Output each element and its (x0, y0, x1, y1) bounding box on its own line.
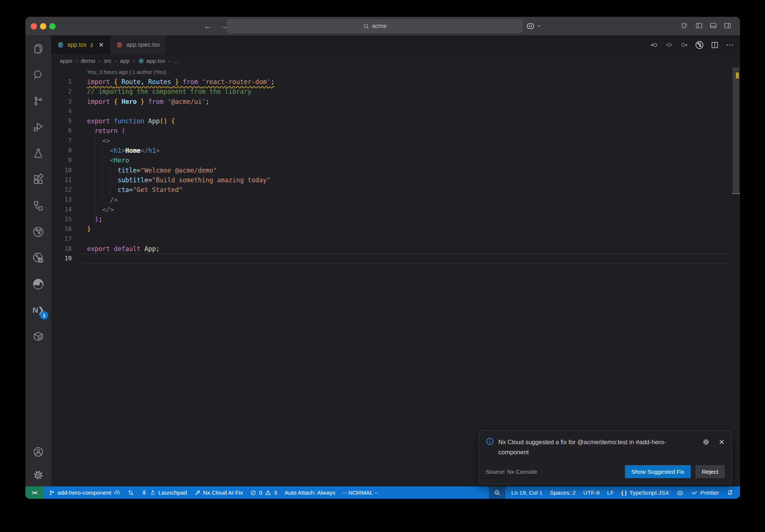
branch-status-item[interactable]: add-hero-component (45, 486, 124, 499)
activity-account[interactable] (25, 440, 51, 463)
breadcrumb-item[interactable]: apps (60, 58, 72, 64)
code-line[interactable]: 9 <Hero (51, 155, 740, 165)
close-icon[interactable]: ✕ (719, 439, 725, 446)
zoom-status-item[interactable] (489, 486, 505, 499)
activity-extensions[interactable] (25, 166, 51, 192)
more-actions-icon[interactable] (725, 41, 734, 49)
line-content[interactable]: <Hero (82, 155, 732, 165)
activity-settings[interactable] (25, 463, 51, 486)
line-content[interactable]: <> (82, 136, 732, 146)
line-content[interactable]: return ( (82, 126, 732, 136)
reject-button[interactable]: Reject (696, 465, 725, 478)
gear-icon[interactable] (702, 438, 710, 446)
activity-search[interactable] (25, 62, 51, 88)
code-editor[interactable]: You, 3 hours ago | 1 author (You) 1impor… (51, 67, 740, 486)
code-line[interactable]: 13 /> (51, 195, 740, 205)
activity-nx-console[interactable]: N❯ 1 (25, 297, 51, 323)
remote-indicator[interactable]: >< (25, 486, 44, 499)
line-content[interactable]: subtitle="Build something amazing today" (82, 175, 732, 185)
minimize-window-button[interactable] (40, 23, 46, 30)
nav-forward-circle-icon[interactable] (680, 41, 688, 49)
commit-circle-icon[interactable] (665, 41, 673, 49)
code-line[interactable]: 4 (51, 106, 740, 116)
code-line[interactable]: 7 <> (51, 136, 740, 146)
vim-mode-status-item[interactable]: -- NORMAL -- (339, 486, 382, 499)
code-line[interactable]: 2// importing the component from the lib… (51, 87, 740, 96)
code-line[interactable]: 6 return ( (51, 126, 740, 136)
tab-app-spec-tsx[interactable]: app.spec.tsx (110, 35, 166, 54)
code-line[interactable]: 18export default App; (51, 244, 740, 254)
line-content[interactable]: /> (82, 195, 732, 205)
close-window-button[interactable] (31, 23, 37, 30)
navigate-back-icon[interactable]: ← (204, 22, 212, 31)
notifications-status-item[interactable] (723, 486, 737, 499)
activity-run-debug[interactable] (25, 114, 51, 140)
breadcrumb-file[interactable]: app.tsx (138, 58, 165, 64)
show-suggested-fix-button[interactable]: Show Suggested Fix (625, 465, 691, 478)
code-line[interactable]: 5export function App() { (51, 116, 740, 126)
activity-testing[interactable] (25, 140, 51, 166)
formatter-status-item[interactable]: Prettier (687, 486, 723, 499)
activity-containers[interactable] (25, 323, 51, 349)
code-line[interactable]: 10 title="Welcmoe @acme/demo" (51, 166, 740, 175)
line-content[interactable]: import { Hero } from '@acme/ui'; (82, 97, 732, 106)
activity-edge-browser[interactable] (25, 271, 51, 297)
code-line[interactable]: 17 (51, 234, 740, 244)
nx-cloud-fix-status-item[interactable]: Nx Cloud AI Fix (191, 486, 247, 499)
code-line[interactable]: 15 ); (51, 214, 740, 224)
tab-app-tsx[interactable]: app.tsx 3 ✕ (51, 35, 110, 54)
line-content[interactable]: title="Welcmoe @acme/demo" (82, 166, 732, 175)
activity-nx-graph[interactable] (25, 219, 51, 245)
run-target-icon[interactable] (695, 40, 704, 50)
line-content[interactable]: import { Route, Routes } from 'react-rou… (82, 77, 732, 87)
code-line[interactable]: 19 (51, 254, 740, 263)
activity-source-control[interactable] (25, 88, 51, 114)
code-line[interactable]: 11 subtitle="Build something amazing tod… (51, 175, 740, 185)
code-line[interactable]: 12 cta="Get Started" (51, 185, 740, 195)
auto-attach-status-item[interactable]: Auto Attach: Always (281, 486, 339, 499)
navigate-forward-icon[interactable]: → (220, 22, 228, 31)
line-content[interactable]: // importing the component from the libr… (82, 87, 732, 96)
line-content[interactable] (82, 234, 732, 244)
toggle-primary-sidebar-icon[interactable] (695, 22, 703, 30)
code-line[interactable]: 3import { Hero } from '@acme/ui'; (51, 97, 740, 106)
indentation-status-item[interactable]: Spaces: 2 (546, 486, 579, 499)
line-content[interactable]: export function App() { (82, 116, 732, 126)
line-content[interactable] (82, 254, 732, 263)
code-line[interactable]: 1import { Route, Routes } from 'react-ro… (51, 77, 740, 87)
cursor-position-status-item[interactable]: Ln 19, Col 1 (508, 486, 546, 499)
nav-back-circle-icon[interactable] (650, 41, 659, 49)
code-line[interactable]: 8 <h1>Home</h1> (51, 146, 740, 155)
language-status-item[interactable]: { }TypeScript JSX (617, 486, 673, 499)
activity-nx-project-details[interactable] (25, 245, 51, 271)
copilot-status-item[interactable] (673, 486, 687, 499)
breadcrumb-item[interactable]: app (120, 58, 130, 64)
line-content[interactable]: export default App; (82, 244, 732, 254)
eol-status-item[interactable]: LF (603, 486, 617, 499)
command-center-search[interactable]: acme (227, 19, 523, 33)
line-content[interactable]: } (82, 224, 732, 234)
git-compare-status-item[interactable] (124, 486, 137, 499)
problems-status-item[interactable]: 0 3 (247, 486, 281, 499)
scrollbar-thumb[interactable] (733, 67, 739, 193)
line-content[interactable]: cta="Get Started" (82, 185, 732, 195)
breadcrumb-item[interactable]: ... (173, 58, 178, 64)
toggle-panel-icon[interactable] (709, 22, 717, 30)
launchpad-status-item[interactable]: Launchpad (137, 486, 191, 499)
maximize-window-button[interactable] (49, 23, 56, 30)
line-content[interactable]: <h1>Home</h1> (82, 146, 732, 155)
code-line[interactable]: 16} (51, 224, 740, 234)
split-editor-icon[interactable] (710, 41, 719, 49)
line-content[interactable] (82, 106, 732, 116)
breadcrumb-item[interactable]: demo (81, 58, 95, 64)
encoding-status-item[interactable]: UTF-8 (579, 486, 603, 499)
toggle-secondary-sidebar-icon[interactable] (724, 22, 731, 30)
copilot-menu[interactable] (526, 21, 541, 31)
customize-layout-icon[interactable] (681, 22, 689, 30)
activity-hierarchy[interactable] (25, 192, 51, 219)
line-content[interactable]: </> (82, 205, 732, 214)
editor-scrollbar[interactable] (732, 67, 740, 486)
close-tab-icon[interactable]: ✕ (99, 41, 104, 49)
line-content[interactable]: ); (82, 214, 732, 224)
code-line[interactable]: 14 </> (51, 205, 740, 214)
